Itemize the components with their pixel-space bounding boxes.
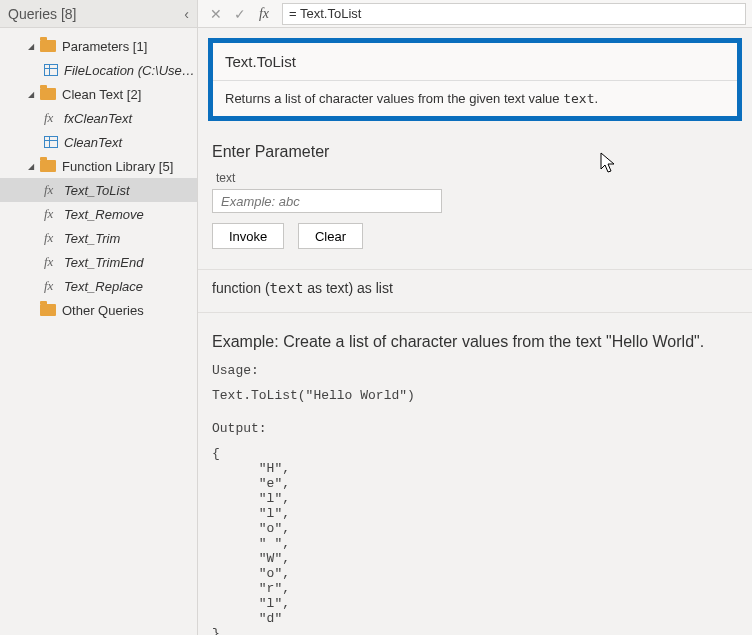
- query-item-label: FileLocation (C:\Users\L...: [64, 63, 197, 78]
- query-item-label: Text_Replace: [64, 279, 197, 294]
- query-item-label: CleanText: [64, 135, 197, 150]
- folder-icon: [40, 88, 56, 100]
- folder-parameters-1-[interactable]: ◢Parameters [1]: [0, 34, 197, 58]
- chevron-down-icon[interactable]: ◢: [28, 42, 40, 51]
- folder-label: Clean Text [2]: [62, 87, 197, 102]
- query-item-label: Text_TrimEnd: [64, 255, 197, 270]
- queries-pane-title: Queries [8]: [8, 6, 76, 22]
- folder-clean-text-2-[interactable]: ◢Clean Text [2]: [0, 82, 197, 106]
- usage-code: Text.ToList("Hello World"): [198, 384, 752, 407]
- query-item-label: fxCleanText: [64, 111, 197, 126]
- param-name-label: text: [216, 171, 734, 185]
- fx-icon: fx: [44, 254, 60, 270]
- formula-bar: ✕ ✓ fx: [198, 0, 752, 28]
- folder-icon: [40, 304, 56, 316]
- folder-label: Parameters [1]: [62, 39, 197, 54]
- query-item-label: Text_ToList: [64, 183, 197, 198]
- example-heading: Example: Create a list of character valu…: [198, 323, 752, 357]
- folder-label: Function Library [5]: [62, 159, 197, 174]
- output-label: Output:: [198, 417, 752, 440]
- query-item-text-replace[interactable]: fxText_Replace: [0, 274, 197, 298]
- function-description: Returns a list of character values from …: [225, 91, 725, 106]
- fx-icon: fx: [44, 182, 60, 198]
- fx-icon: fx: [44, 206, 60, 222]
- usage-label: Usage:: [198, 359, 752, 382]
- formula-input[interactable]: [282, 3, 746, 25]
- enter-parameter-heading: Enter Parameter: [212, 143, 738, 161]
- fx-icon: fx: [44, 230, 60, 246]
- query-item-fxcleantext[interactable]: fxfxCleanText: [0, 106, 197, 130]
- query-item-text-trim[interactable]: fxText_Trim: [0, 226, 197, 250]
- function-signature: function (text as text) as list: [198, 280, 752, 302]
- queries-sidebar: ◢Parameters [1]FileLocation (C:\Users\L.…: [0, 28, 198, 635]
- query-item-label: Text_Trim: [64, 231, 197, 246]
- confirm-icon[interactable]: ✓: [228, 3, 252, 25]
- main-content: Text.ToList Returns a list of character …: [198, 28, 752, 635]
- param-text-input[interactable]: [212, 189, 442, 213]
- chevron-down-icon[interactable]: ◢: [28, 162, 40, 171]
- query-item-cleantext[interactable]: CleanText: [0, 130, 197, 154]
- folder-icon: [40, 40, 56, 52]
- query-item-filelocation-c-users-l-[interactable]: FileLocation (C:\Users\L...: [0, 58, 197, 82]
- folder-other-queries[interactable]: Other Queries: [0, 298, 197, 322]
- function-title: Text.ToList: [225, 53, 725, 70]
- query-item-text-trimend[interactable]: fxText_TrimEnd: [0, 250, 197, 274]
- clear-button[interactable]: Clear: [298, 223, 363, 249]
- cancel-icon[interactable]: ✕: [204, 3, 228, 25]
- collapse-icon[interactable]: ‹: [184, 6, 189, 22]
- invoke-button[interactable]: Invoke: [212, 223, 284, 249]
- output-code: { "H", "e", "l", "l", "o", " ", "W", "o"…: [198, 442, 752, 635]
- fx-icon[interactable]: fx: [252, 3, 276, 25]
- folder-label: Other Queries: [62, 303, 197, 318]
- folder-function-library-5-[interactable]: ◢Function Library [5]: [0, 154, 197, 178]
- queries-pane-header: Queries [8] ‹: [0, 0, 198, 28]
- function-doc-box: Text.ToList Returns a list of character …: [208, 38, 742, 121]
- table-icon: [44, 64, 58, 76]
- query-item-text-remove[interactable]: fxText_Remove: [0, 202, 197, 226]
- table-icon: [44, 136, 58, 148]
- fx-icon: fx: [44, 278, 60, 294]
- folder-icon: [40, 160, 56, 172]
- chevron-down-icon[interactable]: ◢: [28, 90, 40, 99]
- query-item-text-tolist[interactable]: fxText_ToList: [0, 178, 197, 202]
- query-item-label: Text_Remove: [64, 207, 197, 222]
- fx-icon: fx: [44, 110, 60, 126]
